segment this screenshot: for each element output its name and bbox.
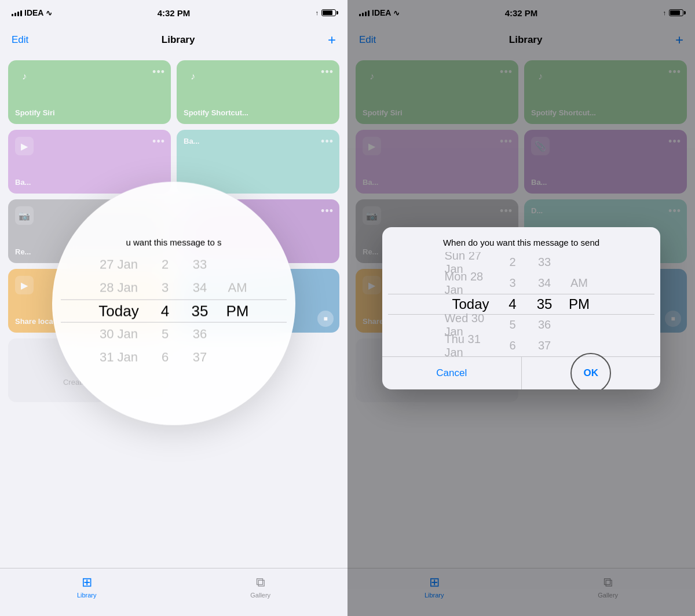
status-bar-left: IDEA ∿ 4:32 PM ↑ [0,0,348,25]
picker-min-row-0: 33 [182,253,217,276]
modal-hour-row-2: 4 [497,294,529,315]
modal-ampm-col[interactable]: AM PM [561,252,598,356]
picker-container: u want this message to s 27 Jan 28 Jan T… [52,226,295,381]
card-menu-left-3[interactable]: ••• [152,136,165,148]
modal-hour-row-1: 3 [497,273,529,294]
library-label-left: Library [77,592,97,599]
ok-button[interactable]: OK [522,357,661,389]
gallery-label-left: Gallery [250,592,270,599]
picker-ampm-row-2: PM [217,300,258,323]
modal-min-row-0: 33 [529,252,561,273]
modal-min-row-3: 36 [529,315,561,336]
spotify-shortcut-icon-left: ♪ [184,67,202,86]
library-icon-left: ⊞ [82,575,92,590]
edit-button-left[interactable]: Edit [12,34,28,46]
carrier-left: IDEA [24,8,43,17]
left-panel: IDEA ∿ 4:32 PM ↑ Edit Library + ♪ ••• Sp… [0,0,348,616]
ok-label: OK [584,367,599,379]
picker-min-row-2: 35 [182,300,217,323]
modal-hour-row-0: 2 [497,252,529,273]
add-button-left[interactable]: + [328,33,336,47]
picker-date-row-3: 30 Jan [90,323,148,346]
picker-header: u want this message to s [58,238,290,247]
picker-hour-row-0: 2 [148,253,182,276]
modal-date-col[interactable]: Sun 27 Jan Mon 28 Jan Today Wed 30 Jan T… [445,252,497,356]
grid-row-1-left: ♪ ••• Spotify Siri ♪ ••• Spotify Shortcu… [8,60,339,124]
picker-ampm-col[interactable]: AM PM [217,253,258,369]
modal-dialog: When do you want this message to send Su… [382,227,660,389]
modal-min-row-2: 35 [529,294,561,315]
wifi-left: ∿ [46,9,52,17]
modal-ampm-row-1: AM [561,273,598,294]
ba2-label-left: Ba... [184,137,332,145]
picker-date-row-0: 27 Jan [90,253,148,276]
modal-picker[interactable]: Sun 27 Jan Mon 28 Jan Today Wed 30 Jan T… [382,252,660,356]
card-menu-left-4[interactable]: ••• [321,136,334,148]
modal-hour-row-3: 5 [497,315,529,336]
picker-min-col[interactable]: 33 34 35 36 37 [182,253,217,369]
right-panel: IDEA ∿ 4:32 PM ↑ Edit Library + ♪ ••• Sp… [348,0,695,616]
picker-date-row-1: 28 Jan [90,276,148,300]
modal-min-row-1: 34 [529,273,561,294]
nav-title-left: Library [162,34,195,46]
signal-bar-2 [14,13,16,16]
status-right-left: ↑ [316,9,336,16]
signal-bar-1 [12,14,13,16]
signal-bar-4 [20,10,22,16]
signal-bars-left [12,9,22,16]
signal-bar-3 [17,12,19,16]
modal-date-row-4: Thu 31 Jan [445,336,497,356]
tab-gallery-left[interactable]: ⧉ Gallery [250,575,270,599]
status-left-left: IDEA ∿ [12,8,52,17]
gallery-icon-left: ⧉ [256,575,265,590]
picker-ampm-row-1: AM [217,276,258,300]
spotify-siri-icon-left: ♪ [15,67,34,86]
modal-buttons: Cancel OK [382,356,660,389]
card-menu-left-6[interactable]: ••• [321,205,334,217]
spotify-shortcut-card-left[interactable]: ♪ ••• Spotify Shortcut... [177,60,339,124]
picker-ampm-row-0 [217,253,258,276]
picker-hour-row-1: 3 [148,276,182,300]
tab-library-left[interactable]: ⊞ Library [77,575,97,599]
send-run-btn-left[interactable]: ■ [317,311,334,327]
modal-date-row-1: Mon 28 Jan [445,273,497,294]
modal-ampm-row-4 [561,336,598,356]
location-icon-left: ↑ [316,9,319,16]
cancel-button[interactable]: Cancel [382,357,522,389]
modal-ampm-row-3 [561,315,598,336]
tab-bar-left: ⊞ Library ⧉ Gallery [0,568,348,616]
picker-hour-row-2: 4 [148,300,182,323]
picker-columns[interactable]: 27 Jan 28 Jan Today 30 Jan 31 Jan 2 3 4 … [58,253,290,369]
spotify-siri-card-left[interactable]: ♪ ••• Spotify Siri [8,60,171,124]
card-menu-left-2[interactable]: ••• [321,66,334,78]
picker-min-row-3: 36 [182,323,217,346]
picker-hour-row-3: 5 [148,323,182,346]
modal-ampm-row-2: PM [561,294,598,315]
modal-title: When do you want this message to send [382,227,660,252]
card-menu-left-1[interactable]: ••• [152,66,165,78]
modal-hour-row-4: 6 [497,336,529,356]
modal-min-row-4: 37 [529,336,561,356]
modal-overlay[interactable]: When do you want this message to send Su… [348,0,695,616]
picker-hour-col[interactable]: 2 3 4 5 6 [148,253,182,369]
spotify-siri-label-left: Spotify Siri [15,108,164,117]
picker-date-col[interactable]: 27 Jan 28 Jan Today 30 Jan 31 Jan [90,253,148,369]
modal-ampm-row-0 [561,252,598,273]
picker-circle-overlay[interactable]: u want this message to s 27 Jan 28 Jan T… [52,181,295,425]
picker-ampm-row-3 [217,323,258,346]
modal-min-col[interactable]: 33 34 35 36 37 [529,252,561,356]
time-left: 4:32 PM [158,8,191,18]
modal-hour-col[interactable]: 2 3 4 5 6 [497,252,529,356]
share-icon-left: ▶ [15,276,34,294]
picker-min-row-1: 34 [182,276,217,300]
ok-circle[interactable]: OK [570,353,611,389]
picker-min-row-4: 37 [182,346,217,369]
nav-bar-left: Edit Library + [0,25,348,54]
picker-hour-row-4: 6 [148,346,182,369]
picker-date-row-4: 31 Jan [90,346,148,369]
picker-ampm-row-4 [217,346,258,369]
photo-icon-left: 📷 [15,206,34,225]
ba1-icon-left: ▶ [15,137,34,155]
picker-date-row-2: Today [90,300,148,323]
battery-fill-left [323,10,332,15]
